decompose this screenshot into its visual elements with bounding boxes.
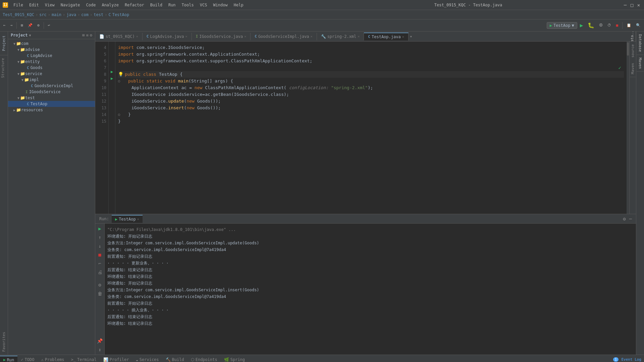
menu-vcs[interactable]: VCS: [197, 2, 210, 8]
menu-view[interactable]: View: [42, 2, 57, 8]
activity-favorites[interactable]: Favorites: [0, 329, 7, 355]
profile-button[interactable]: ⏱: [605, 22, 613, 29]
tree-entity[interactable]: ▼ 📁 entity: [8, 59, 95, 65]
warning-bulb-8[interactable]: 💡: [118, 71, 123, 78]
project-icon-3[interactable]: ⚙: [90, 33, 92, 38]
run-tab-testaop[interactable]: ▶ TestAop ✕: [112, 215, 143, 223]
tab-goodsserviceimpl[interactable]: C GoodsServiceImpl.java ✕: [251, 33, 317, 40]
breadcrumb-main[interactable]: main: [52, 12, 61, 17]
soft-wrap-button[interactable]: ⌐: [97, 260, 102, 267]
tabs-overflow[interactable]: ▾: [409, 34, 414, 39]
toolbar-back-button[interactable]: ←: [1, 22, 8, 29]
source-label[interactable]: source: [630, 42, 636, 60]
tab-logadvise[interactable]: C LogAdvise.java ✕: [143, 33, 192, 40]
tree-goods[interactable]: C Goods: [8, 65, 95, 71]
bottom-tab-problems[interactable]: ⚠ Problems: [38, 356, 67, 362]
bottom-tab-todo[interactable]: ✓ TODO: [17, 356, 38, 362]
close-button[interactable]: ✕: [636, 2, 641, 8]
tab-close-gsi[interactable]: ✕: [311, 35, 313, 38]
right-label-maven[interactable]: Maven: [637, 55, 644, 72]
tree-testaop[interactable]: C TestAop: [8, 101, 95, 107]
bottom-tab-terminal[interactable]: >_ Terminal: [67, 356, 100, 362]
bottom-tab-endpoints[interactable]: ⬡ Endpoints: [187, 356, 221, 362]
right-label-database[interactable]: Database: [637, 32, 644, 55]
bottom-tab-build[interactable]: 🔨 Build: [162, 356, 187, 362]
run-icon-9[interactable]: ▶: [111, 76, 113, 81]
toolbar-extra1[interactable]: 📋: [625, 22, 633, 29]
scroll-down-button[interactable]: ↓: [97, 242, 102, 250]
menu-refactor[interactable]: Refactor: [122, 2, 147, 8]
bottom-tab-run[interactable]: ▶ Run: [0, 356, 17, 362]
pin-button[interactable]: 📌: [96, 337, 104, 345]
debug-dot-14[interactable]: ○: [118, 111, 120, 118]
tree-com[interactable]: ▼ 📁 com: [8, 41, 95, 47]
tree-service[interactable]: ▼ 📁 service: [8, 71, 95, 77]
menu-file[interactable]: File: [11, 2, 26, 8]
breadcrumb-java[interactable]: java: [66, 12, 76, 17]
tab-close-ta[interactable]: ✕: [402, 35, 404, 39]
scroll-up-button[interactable]: ↑: [97, 234, 102, 241]
menu-tools[interactable]: Tools: [179, 2, 197, 8]
toolbar-settings-button[interactable]: ⚙: [35, 22, 42, 29]
project-icon-2[interactable]: ≡: [86, 33, 89, 38]
tree-advise[interactable]: ▼ 📁 advise: [8, 47, 95, 53]
menu-code[interactable]: Code: [84, 2, 99, 8]
tree-resources[interactable]: ▶ 📁 resources: [8, 107, 95, 113]
tree-igoodsservice[interactable]: I IGoodsService: [8, 89, 95, 95]
tab-igoodsservice[interactable]: I IGoodsService.java ✕: [192, 33, 251, 40]
clear-button[interactable]: 🗑: [97, 290, 103, 297]
toolbar-pin-button[interactable]: 📌: [26, 22, 35, 29]
run-config-dropdown[interactable]: ▶ TestAop ▼: [547, 22, 577, 29]
move-button[interactable]: ↕: [97, 346, 102, 353]
menu-run[interactable]: Run: [166, 2, 178, 8]
tree-test[interactable]: ▼ 📁 test: [8, 95, 95, 101]
run-ctrl-settings[interactable]: ⚙: [622, 216, 627, 222]
menu-analyze[interactable]: Analyze: [99, 2, 121, 8]
breadcrumb-src[interactable]: src: [39, 12, 47, 17]
event-log-button[interactable]: 1 Event Log: [610, 357, 644, 362]
run-play-button[interactable]: ▶: [97, 225, 102, 232]
breadcrumb-file[interactable]: TestAop: [112, 12, 129, 17]
tab-project[interactable]: 📄 st_0915_KQC) ✕: [95, 33, 143, 40]
run-button[interactable]: ▶: [578, 21, 585, 30]
stop-console-button[interactable]: ■: [97, 251, 102, 258]
tree-goodsserviceimpl[interactable]: C GoodsServiceImpl: [8, 83, 95, 89]
tab-close-la[interactable]: ✕: [185, 35, 187, 38]
menu-edit[interactable]: Edit: [26, 2, 42, 8]
toolbar-structure-button[interactable]: ⊞: [19, 22, 25, 29]
tab-close-igs[interactable]: ✕: [244, 35, 246, 38]
project-dropdown-arrow[interactable]: ▼: [29, 34, 31, 37]
bottom-tab-services[interactable]: ☁ Services: [132, 356, 162, 362]
activity-project[interactable]: Project: [0, 32, 7, 55]
run-icon-8[interactable]: ▶: [111, 69, 113, 74]
maven-label[interactable]: Maven: [630, 60, 636, 77]
breadcrumb-com[interactable]: com: [81, 12, 89, 17]
breadcrumb-test[interactable]: test: [94, 12, 103, 17]
bottom-tab-profiler[interactable]: 📊 Profiler: [100, 356, 132, 362]
code-content[interactable]: import com.service.IGoodsService; import…: [115, 42, 627, 214]
menu-build[interactable]: Build: [148, 2, 165, 8]
toolbar-extra2[interactable]: 🔍: [634, 22, 643, 29]
tree-logadvise[interactable]: C LogAdvise: [8, 53, 95, 59]
debug-dot-9[interactable]: ○: [118, 78, 120, 84]
project-icon-1[interactable]: ⊞: [82, 33, 85, 38]
debug-button[interactable]: 🐛: [586, 21, 596, 30]
tab-spring[interactable]: 🔧 spring-2.xml ✕: [317, 33, 364, 40]
toolbar-undo-button[interactable]: ↩: [46, 22, 52, 29]
toolbar-forward-button[interactable]: →: [8, 22, 15, 29]
menu-help[interactable]: Help: [231, 2, 246, 8]
tab-close-project[interactable]: ✕: [136, 35, 138, 38]
bottom-tab-spring[interactable]: 🌿 Spring: [221, 356, 248, 362]
editor-scrollbar[interactable]: [627, 42, 629, 214]
tab-close-spring[interactable]: ✕: [358, 35, 360, 38]
maximize-button[interactable]: □: [629, 2, 635, 8]
print-button[interactable]: 🖨: [97, 268, 103, 276]
breadcrumb-project[interactable]: Test_0915_KQC: [3, 12, 34, 17]
minimize-button[interactable]: ─: [623, 2, 628, 8]
menu-window[interactable]: Window: [210, 2, 230, 8]
activity-structure[interactable]: Structure: [0, 55, 8, 81]
menu-navigate[interactable]: Navigate: [58, 2, 83, 8]
tab-testaop[interactable]: C TestAop.java ✕: [364, 33, 408, 41]
tree-impl[interactable]: ▼ 📁 impl: [8, 77, 95, 83]
settings-console-button[interactable]: ⚙: [97, 281, 102, 289]
